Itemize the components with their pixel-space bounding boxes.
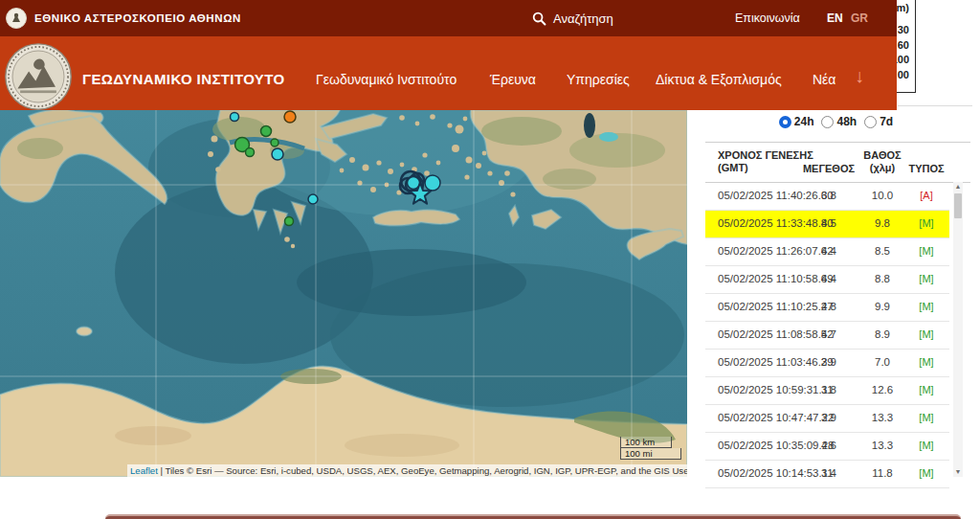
site-title: ΕΘΝΙΚΟ ΑΣΤΕΡΟΣΚΟΠΕΙΟ ΑΘΗΝΩΝ bbox=[34, 0, 241, 36]
footer-bar bbox=[105, 514, 961, 519]
cell-magnitude: 4.5 bbox=[800, 211, 858, 237]
cell-type: [M] bbox=[898, 322, 955, 348]
col-header-time: ΧΡΟΝΟΣ ΓΕΝΕΣΗΣ (GMT) bbox=[718, 149, 813, 174]
nav-item-2[interactable]: Έρευνα bbox=[490, 72, 536, 87]
radio-selected-icon[interactable] bbox=[779, 116, 791, 128]
time-filter-label: 48h bbox=[836, 115, 857, 128]
col-header-magnitude: ΜΕΓΕΘΟΣ bbox=[800, 163, 858, 174]
legend-line: 30 bbox=[898, 24, 909, 35]
main-nav-bar: ΓΕΩΔΥΝΑΜΙΚΟ ΙΝΣΤΙΤΟΥΤΟ Γεωδυναμικό Ινστι… bbox=[0, 36, 897, 110]
table-row[interactable]: 05/02/2025 11:26:07.624.48.5[M] bbox=[705, 238, 949, 266]
table-row[interactable]: 05/02/2025 11:08:58.524.78.9[M] bbox=[705, 322, 949, 350]
cell-magnitude: 4.6 bbox=[800, 433, 858, 459]
nav-item-1[interactable]: Γεωδυναμικό Ινστιτούτο bbox=[316, 72, 457, 87]
top-bar: ΕΘΝΙΚΟ ΑΣΤΕΡΟΣΚΟΠΕΙΟ ΑΘΗΝΩΝ Αναζήτηση Επ… bbox=[0, 0, 897, 36]
event-circle-marker-cyan[interactable] bbox=[425, 175, 440, 191]
table-row[interactable]: 05/02/2025 10:59:31.113.812.6[M] bbox=[705, 377, 949, 405]
cell-type: [M] bbox=[898, 211, 955, 237]
cell-magnitude: 4.7 bbox=[800, 322, 858, 348]
cell-magnitude: 4.8 bbox=[800, 294, 858, 320]
cell-magnitude: 3.9 bbox=[800, 350, 858, 375]
geodynamic-institute-seal-logo[interactable] bbox=[4, 42, 73, 111]
event-circle-marker-orange[interactable] bbox=[284, 111, 296, 123]
lang-en-button[interactable]: EN bbox=[827, 0, 843, 36]
time-filter-radios: 24h48h7d bbox=[705, 115, 967, 128]
page: m)306010000 ΕΘΝΙΚΟ ΑΣΤΕΡΟΣΚΟΠΕΙΟ ΑΘΗΝΩΝ … bbox=[0, 0, 980, 519]
cell-type: [A] bbox=[898, 183, 955, 209]
radio-icon[interactable] bbox=[821, 116, 834, 128]
cell-magnitude: 4.4 bbox=[800, 266, 858, 292]
lang-gr-button[interactable]: GR bbox=[851, 0, 868, 36]
event-circle-marker-green[interactable] bbox=[261, 126, 272, 137]
observatory-logo-icon[interactable] bbox=[6, 8, 27, 29]
legend-line: 60 bbox=[898, 39, 909, 51]
table-row[interactable]: 05/02/2025 10:35:09.284.613.3[M] bbox=[705, 433, 949, 461]
cell-magnitude: 3.8 bbox=[800, 377, 858, 403]
search-button[interactable]: Αναζήτηση bbox=[532, 0, 613, 36]
contact-link[interactable]: Επικοινωνία bbox=[735, 0, 800, 36]
cell-magnitude: 3.9 bbox=[800, 405, 858, 431]
scale-km: 100 km bbox=[620, 437, 672, 448]
map-scale-control: 100 km 100 mi bbox=[620, 437, 681, 460]
map-attribution: Leaflet | Tiles © Esri — Source: Esri, i… bbox=[127, 464, 687, 477]
cell-magnitude: 3.4 bbox=[800, 461, 858, 486]
table-row[interactable]: 05/02/2025 11:40:26.603.810.0[A] bbox=[705, 183, 949, 211]
event-circle-marker-green[interactable] bbox=[271, 139, 278, 147]
table-row[interactable]: 05/02/2025 10:47:47.223.913.3[M] bbox=[705, 405, 949, 433]
table-row[interactable]: 05/02/2025 11:33:48.804.59.8[M] bbox=[705, 211, 949, 238]
table-row[interactable]: 05/02/2025 11:10:58.694.48.8[M] bbox=[705, 266, 949, 294]
cell-type: [M] bbox=[898, 461, 955, 486]
scrollbar-thumb[interactable] bbox=[954, 193, 962, 218]
search-label: Αναζήτηση bbox=[553, 11, 613, 26]
cell-type: [M] bbox=[898, 294, 955, 320]
leaflet-link[interactable]: Leaflet bbox=[130, 465, 158, 476]
radio-icon[interactable] bbox=[864, 116, 877, 128]
divider bbox=[898, 105, 972, 106]
nav-item-3[interactable]: Υπηρεσίες bbox=[567, 72, 630, 87]
earthquake-map[interactable]: 100 km 100 mi Leaflet | Tiles © Esri — S… bbox=[0, 110, 687, 477]
event-circle-marker-green[interactable] bbox=[246, 148, 255, 157]
scrollbar-up-icon[interactable]: ▲ bbox=[953, 182, 963, 192]
time-filter-7d[interactable]: 7d bbox=[864, 115, 893, 128]
download-arrow-icon[interactable]: ↓ bbox=[855, 65, 864, 87]
earthquake-table: ΧΡΟΝΟΣ ΓΕΝΕΣΗΣ (GMT) ΜΕΓΕΘΟΣ ΒΑΘΟΣ (χλμ)… bbox=[705, 142, 970, 488]
event-circle-marker-green[interactable] bbox=[285, 217, 294, 226]
col-header-type: ΤΥΠΟΣ bbox=[898, 163, 955, 174]
time-filter-48h[interactable]: 48h bbox=[821, 115, 857, 128]
tiles-attribution-text: | Tiles © Esri — Source: Esri, i-cubed, … bbox=[158, 465, 687, 476]
time-filter-24h[interactable]: 24h bbox=[779, 115, 814, 128]
table-row[interactable]: 05/02/2025 11:10:25.274.89.9[M] bbox=[705, 294, 949, 322]
cell-type: [M] bbox=[898, 266, 955, 292]
table-scrollbar[interactable]: ▲ ▼ bbox=[953, 182, 963, 477]
scrollbar-down-icon[interactable]: ▼ bbox=[953, 467, 963, 477]
scale-mi: 100 mi bbox=[620, 448, 681, 460]
cell-type: [M] bbox=[898, 433, 955, 459]
table-row[interactable]: 05/02/2025 11:03:46.293.97.0[M] bbox=[705, 350, 949, 377]
cell-type: [M] bbox=[898, 238, 955, 264]
legend-line: 00 bbox=[898, 69, 909, 80]
time-filter-label: 7d bbox=[880, 115, 893, 128]
cell-type: [M] bbox=[898, 377, 955, 403]
cell-type: [M] bbox=[898, 405, 955, 431]
table-header: ΧΡΟΝΟΣ ΓΕΝΕΣΗΣ (GMT) ΜΕΓΕΘΟΣ ΒΑΘΟΣ (χλμ)… bbox=[705, 143, 970, 183]
table-row[interactable]: 05/02/2025 10:14:53.113.411.8[M] bbox=[705, 461, 949, 488]
event-circle-marker-cyan[interactable] bbox=[231, 113, 239, 122]
event-circle-marker-cyan[interactable] bbox=[308, 194, 318, 204]
time-filter-label: 24h bbox=[794, 115, 814, 128]
event-circle-marker-cyan[interactable] bbox=[272, 148, 283, 160]
search-icon bbox=[532, 11, 546, 26]
cell-type: [M] bbox=[898, 350, 955, 375]
nav-item-4[interactable]: Δίκτυα & Εξοπλισμός bbox=[656, 72, 782, 87]
cell-magnitude: 4.4 bbox=[800, 238, 858, 264]
nav-item-5[interactable]: Νέα bbox=[813, 72, 835, 87]
cell-magnitude: 3.8 bbox=[800, 183, 858, 209]
institute-brand-title[interactable]: ΓΕΩΔΥΝΑΜΙΚΟ ΙΝΣΤΙΤΟΥΤΟ bbox=[82, 71, 285, 87]
legend-line: m) bbox=[897, 2, 909, 13]
map-canvas[interactable] bbox=[0, 110, 687, 477]
